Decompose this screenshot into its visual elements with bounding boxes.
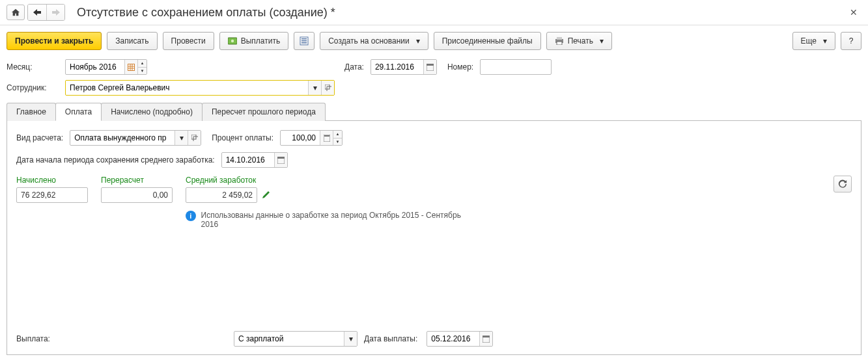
calc-type-dropdown-button[interactable]: ▾ xyxy=(175,131,188,145)
calc-type-open-button[interactable] xyxy=(188,131,201,145)
create-based-button[interactable]: Создать на основании ▾ xyxy=(320,32,428,50)
post-and-close-button[interactable]: Провести и закрыть xyxy=(7,32,102,50)
month-spinner[interactable]: ▲ ▼ xyxy=(137,60,147,74)
print-button[interactable]: Печать ▾ xyxy=(546,32,612,50)
help-button[interactable]: ? xyxy=(841,32,861,50)
spinner-down[interactable]: ▼ xyxy=(138,67,147,75)
svg-rect-7 xyxy=(557,37,562,40)
month-picker-button[interactable] xyxy=(124,60,137,74)
svg-rect-18 xyxy=(277,157,285,159)
caret-down-icon: ▾ xyxy=(600,36,604,46)
month-label: Месяц: xyxy=(7,62,59,72)
period-start-label: Дата начала периода сохранения среднего … xyxy=(16,155,215,165)
spinner-up[interactable]: ▲ xyxy=(333,131,342,138)
tab-main[interactable]: Главное xyxy=(7,103,56,121)
period-start-picker-button[interactable] xyxy=(274,153,287,167)
date-picker-button[interactable] xyxy=(423,60,436,74)
payout-value[interactable] xyxy=(234,332,344,346)
calculator-icon xyxy=(324,135,330,142)
home-icon xyxy=(11,8,20,17)
payout-date-input[interactable] xyxy=(427,332,479,346)
percent-calc-button[interactable] xyxy=(320,131,333,145)
write-button[interactable]: Записать xyxy=(107,32,157,50)
accrued-label: Начислено xyxy=(16,176,88,185)
payout-date-picker-button[interactable] xyxy=(479,332,492,346)
calendar-icon xyxy=(483,336,490,343)
percent-input[interactable] xyxy=(281,131,320,145)
period-start-input-group[interactable] xyxy=(221,152,288,168)
svg-rect-8 xyxy=(557,42,562,45)
home-button[interactable] xyxy=(7,5,25,20)
payout-date-label: Дата выплаты: xyxy=(364,334,417,343)
arrow-left-icon xyxy=(33,9,41,16)
nav-forward-button xyxy=(46,5,64,20)
structure-button[interactable] xyxy=(294,32,315,50)
svg-rect-16 xyxy=(324,135,329,137)
tab-body-payment: Вид расчета: ▾ Процент оплаты: ▲ ▼ Дата … xyxy=(7,121,861,355)
payout-select[interactable]: ▾ xyxy=(234,331,357,347)
printer-icon xyxy=(555,37,564,45)
svg-rect-5 xyxy=(301,42,307,44)
svg-rect-12 xyxy=(427,64,434,66)
more-button[interactable]: Еще ▾ xyxy=(792,32,835,50)
caret-down-icon: ▾ xyxy=(823,36,827,46)
employee-open-button[interactable] xyxy=(321,81,334,95)
date-input-group[interactable] xyxy=(371,59,437,75)
spinner-up[interactable]: ▲ xyxy=(138,60,147,67)
avg-earn-label: Средний заработок xyxy=(186,176,270,185)
open-icon xyxy=(191,135,198,141)
tab-accrued[interactable]: Начислено (подробно) xyxy=(101,103,203,121)
arrow-right-icon xyxy=(52,9,60,16)
svg-rect-4 xyxy=(301,40,307,42)
percent-label: Процент оплаты: xyxy=(212,133,273,142)
payout-date-input-group[interactable] xyxy=(427,331,493,347)
refresh-icon xyxy=(838,179,847,189)
nav-back-button[interactable] xyxy=(28,5,46,20)
spinner-down[interactable]: ▼ xyxy=(333,138,342,146)
pencil-icon xyxy=(261,191,270,200)
caret-down-icon: ▾ xyxy=(416,36,420,46)
calendar-icon xyxy=(277,157,285,164)
payout-dropdown-button[interactable]: ▾ xyxy=(344,332,357,346)
calc-type-input[interactable] xyxy=(70,131,175,145)
date-input[interactable] xyxy=(371,60,423,74)
edit-avg-earn-button[interactable] xyxy=(261,191,270,200)
info-icon: i xyxy=(186,211,196,221)
info-text: Использованы данные о заработке за перио… xyxy=(201,211,472,229)
pay-button[interactable]: Выплатить xyxy=(219,32,289,50)
percent-spinner[interactable]: ▲ ▼ xyxy=(333,131,342,145)
svg-point-1 xyxy=(231,40,233,42)
date-label: Дата: xyxy=(344,62,364,72)
payout-label: Выплата: xyxy=(16,334,225,343)
tab-recalc[interactable]: Пересчет прошлого периода xyxy=(202,103,326,121)
number-input[interactable] xyxy=(480,59,552,75)
percent-input-group[interactable]: ▲ ▼ xyxy=(280,130,343,146)
refresh-button[interactable] xyxy=(833,176,852,192)
calendar-grid-icon xyxy=(128,64,135,71)
employee-dropdown-button[interactable]: ▾ xyxy=(308,81,321,95)
employee-input[interactable] xyxy=(66,81,308,95)
close-button[interactable]: ✕ xyxy=(846,7,861,18)
calc-type-input-group[interactable]: ▾ xyxy=(70,130,201,146)
recalc-label: Перерасчет xyxy=(101,176,173,185)
period-start-input[interactable] xyxy=(222,153,274,167)
employee-label: Сотрудник: xyxy=(7,83,59,92)
avg-earn-value-box[interactable]: 2 459,02 xyxy=(186,187,257,203)
month-input-group[interactable]: ▲ ▼ xyxy=(65,59,147,75)
svg-rect-10 xyxy=(128,64,134,70)
calc-type-label: Вид расчета: xyxy=(16,133,63,142)
list-icon xyxy=(300,36,309,46)
employee-input-group[interactable]: ▾ xyxy=(65,80,335,96)
open-icon xyxy=(325,85,331,91)
tab-payment[interactable]: Оплата xyxy=(55,103,102,121)
attachments-button[interactable]: Присоединенные файлы xyxy=(434,32,541,50)
svg-rect-20 xyxy=(483,336,490,337)
recalc-value-box[interactable]: 0,00 xyxy=(101,187,173,203)
accrued-value-box[interactable]: 76 229,62 xyxy=(16,187,88,203)
post-button[interactable]: Провести xyxy=(163,32,214,50)
svg-rect-3 xyxy=(301,38,307,40)
page-title: Отсутствие с сохранением оплаты (создани… xyxy=(77,6,846,20)
month-input[interactable] xyxy=(66,60,124,74)
money-icon xyxy=(228,37,237,45)
number-label: Номер: xyxy=(447,62,473,72)
